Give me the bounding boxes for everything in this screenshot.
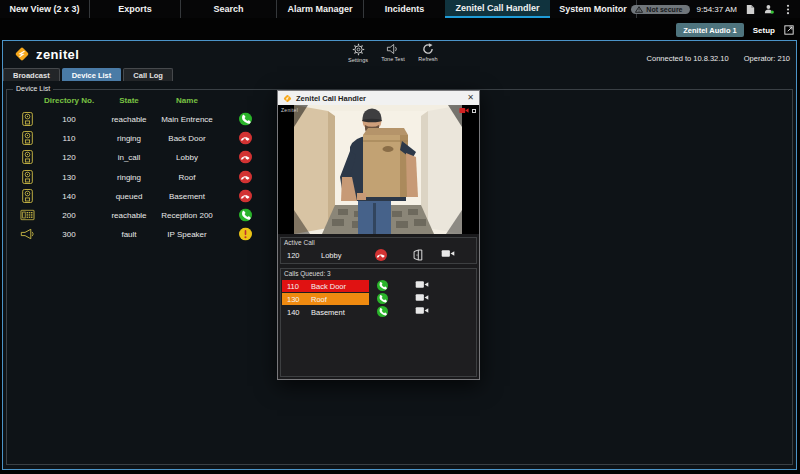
add-user-icon[interactable] [763, 2, 775, 16]
zenitel-logo-icon [14, 46, 30, 62]
video-controls [459, 107, 476, 114]
zenitel-logo-icon-small [283, 94, 292, 103]
queued-name: Back Door [311, 282, 346, 291]
camera-icon[interactable] [415, 293, 429, 302]
tab-device-list[interactable]: Device List [62, 68, 122, 81]
name-cell: Main Entrence [151, 114, 223, 123]
settings-label: Settings [348, 57, 368, 63]
menu-exports[interactable]: Exports [90, 0, 181, 18]
intercom-icon [16, 188, 38, 203]
name-cell: IP Speaker [151, 230, 223, 239]
tab-system-monitor[interactable]: System Monitor [550, 0, 637, 18]
menu-search[interactable]: Search [181, 0, 277, 18]
directory-no-cell: 200 [40, 211, 98, 220]
refresh-button[interactable]: Refresh [415, 43, 441, 63]
tone-test-button[interactable]: Tone Test [380, 43, 406, 63]
phone-green-icon[interactable] [232, 112, 258, 125]
queued-call-row[interactable]: 130 Roof [282, 292, 475, 305]
not-secure-badge[interactable]: Not secure [631, 5, 689, 14]
connected-to: Connected to 10.8.32.10 [647, 54, 729, 63]
name-cell: Lobby [151, 153, 223, 162]
phone-green-icon[interactable] [232, 209, 258, 222]
active-call-row: 120 Lobby [281, 248, 476, 263]
window-title: Zenitel Call Handler [296, 94, 366, 103]
fault-icon[interactable] [232, 228, 258, 241]
zenitel-brand: zenitel [14, 46, 79, 62]
phone-red-icon[interactable] [232, 189, 258, 202]
overflow-menu-icon[interactable] [782, 2, 794, 16]
hangup-icon[interactable] [375, 249, 387, 261]
active-call-directory-no: 120 [287, 251, 300, 260]
panel-tabstrip: Broadcast Device List Call Log [3, 67, 175, 81]
name-cell: Roof [151, 172, 223, 181]
menu-new-view[interactable]: New View (2 x 3) [0, 0, 90, 18]
topbar-right-cluster: Not secure 9:54:37 AM [631, 0, 800, 18]
directory-no-cell: 130 [40, 172, 98, 181]
settings-button[interactable]: Settings [345, 43, 371, 63]
call-handler-window[interactable]: Zenitel Call Handler ✕ [277, 90, 480, 380]
intercom-icon [16, 169, 38, 184]
tab-broadcast[interactable]: Broadcast [3, 68, 60, 81]
intercom-icon [16, 150, 38, 165]
close-icon[interactable]: ✕ [467, 94, 474, 102]
phone-red-icon[interactable] [232, 131, 258, 144]
directory-no-cell: 110 [40, 133, 98, 142]
door-camera-video: Zenitel [278, 105, 479, 234]
queued-name: Roof [311, 295, 327, 304]
answer-call-icon[interactable] [377, 293, 388, 304]
camera-icon[interactable] [415, 306, 429, 315]
connection-info: Connected to 10.8.32.10 Operator: 210 [647, 54, 790, 63]
pop-out-icon[interactable] [784, 25, 794, 35]
open-door-icon[interactable] [411, 249, 423, 261]
camera-icon[interactable] [415, 280, 429, 289]
export-report-icon[interactable] [744, 2, 756, 16]
queued-call-row[interactable]: 140 Basement [282, 305, 475, 318]
tone-test-label: Tone Test [381, 56, 404, 62]
tab-zenitel-call-handler[interactable]: Zenitel Call Handler [445, 0, 550, 18]
calls-queued-box: Calls Queued: 3 110 Back Door 130 Roof 1… [280, 268, 477, 377]
name-cell: Back Door [151, 133, 223, 142]
phone-red-icon[interactable] [232, 151, 258, 164]
not-secure-label: Not secure [646, 6, 682, 13]
directory-no-cell: 100 [40, 114, 98, 123]
queued-directory-no: 130 [287, 295, 300, 304]
horn-speaker-icon [16, 229, 38, 240]
queued-directory-no: 140 [287, 308, 300, 317]
window-titlebar[interactable]: Zenitel Call Handler ✕ [278, 91, 479, 105]
queued-directory-no: 110 [287, 282, 299, 291]
header-name: Name [151, 96, 223, 105]
name-cell: Basement [151, 191, 223, 200]
warning-icon [635, 6, 643, 13]
top-menu-bar: New View (2 x 3) Exports Search Alarm Ma… [0, 0, 800, 18]
zenitel-audio-badge[interactable]: Zenitel Audio 1 [676, 23, 743, 37]
camera-icon[interactable] [441, 249, 455, 258]
queue-list: 110 Back Door 130 Roof 140 Basement [282, 279, 475, 319]
setup-button[interactable]: Setup [753, 26, 775, 35]
phone-red-icon[interactable] [232, 170, 258, 183]
directory-no-cell: 300 [40, 230, 98, 239]
header-directory-no: Directory No. [40, 96, 98, 105]
answer-call-icon[interactable] [377, 280, 388, 291]
answer-call-icon[interactable] [377, 306, 388, 317]
active-call-box: Active Call 120 Lobby [280, 237, 477, 264]
intercom-icon [16, 111, 38, 126]
keypad-station-icon [16, 210, 38, 221]
tab-call-log[interactable]: Call Log [123, 68, 173, 81]
menu-alarm-manager[interactable]: Alarm Manager [277, 0, 364, 18]
app-strip: Zenitel Audio 1 Setup [676, 22, 794, 38]
speaker-icon [386, 43, 400, 55]
active-call-label: Active Call [284, 239, 315, 246]
menu-incidents[interactable]: Incidents [364, 0, 445, 18]
clock: 9:54:37 AM [697, 5, 737, 14]
record-camera-icon[interactable] [459, 107, 469, 114]
video-watermark: Zenitel [281, 107, 298, 113]
queued-name: Basement [311, 308, 345, 317]
queued-call-row[interactable]: 110 Back Door [282, 279, 475, 292]
video-frame [294, 105, 462, 234]
calls-queued-label: Calls Queued: 3 [284, 270, 331, 277]
intercom-icon [16, 130, 38, 145]
gear-icon [352, 43, 365, 56]
refresh-label: Refresh [418, 56, 437, 62]
brand-name: zenitel [36, 47, 79, 62]
snapshot-icon[interactable] [472, 109, 476, 113]
